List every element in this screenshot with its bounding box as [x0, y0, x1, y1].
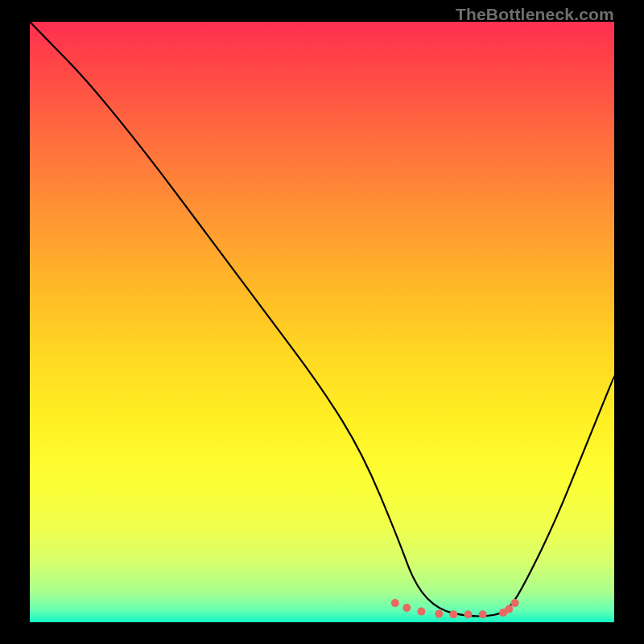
- chart-frame: TheBottleneck.com: [0, 0, 644, 644]
- marker-dot: [505, 605, 513, 613]
- plot-area: [30, 22, 614, 622]
- marker-dot: [511, 599, 519, 607]
- marker-dot: [391, 599, 399, 607]
- marker-dot: [464, 610, 473, 618]
- marker-dot: [417, 608, 425, 616]
- marker-dot: [479, 610, 487, 618]
- chart-svg: [30, 22, 614, 622]
- marker-dot: [449, 610, 457, 618]
- marker-dot: [435, 610, 443, 618]
- marker-dot: [402, 604, 411, 612]
- bottleneck-curve: [30, 22, 614, 617]
- marker-group: [391, 599, 519, 618]
